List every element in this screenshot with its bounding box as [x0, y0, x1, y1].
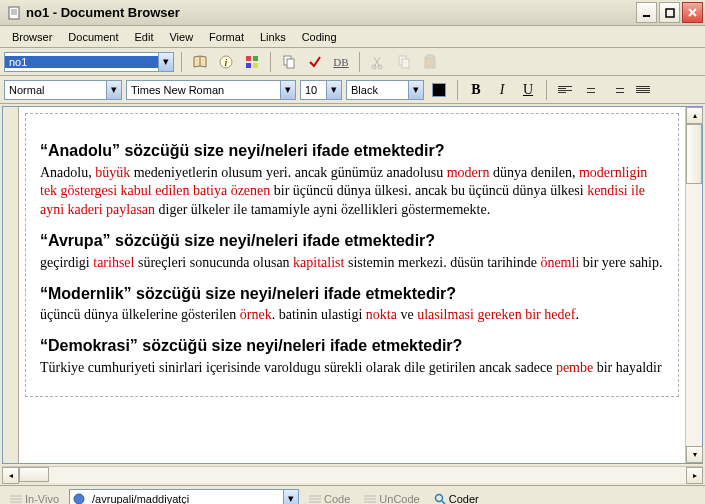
- book-icon[interactable]: [189, 51, 211, 73]
- scroll-down-icon[interactable]: ▾: [686, 446, 703, 463]
- node-icon: [70, 493, 88, 505]
- color-selector[interactable]: Black ▾: [346, 80, 424, 100]
- scroll-right-icon[interactable]: ▸: [686, 467, 703, 484]
- chevron-down-icon: ▾: [326, 81, 341, 99]
- question-2-heading: “Avrupa” sözcüğü size neyi/neleri ifade …: [40, 230, 664, 252]
- style-selector[interactable]: Normal ▾: [4, 80, 122, 100]
- svg-rect-23: [425, 57, 435, 68]
- grid-icon[interactable]: [241, 51, 263, 73]
- menu-browser[interactable]: Browser: [4, 29, 60, 45]
- menu-coding[interactable]: Coding: [294, 29, 345, 45]
- vertical-ruler: [3, 107, 19, 463]
- document-toolbar: no1 ▾ i DB: [0, 48, 705, 76]
- document-selector[interactable]: no1 ▾: [4, 52, 174, 72]
- stripes-icon: [10, 493, 22, 505]
- format-toolbar: Normal ▾ Times New Roman ▾ 10 ▾ Black ▾ …: [0, 76, 705, 104]
- font-selector[interactable]: Times New Roman ▾: [126, 80, 296, 100]
- color-picker[interactable]: [428, 79, 450, 101]
- scroll-thumb[interactable]: [686, 124, 702, 184]
- document-content[interactable]: “Anadolu” sözcüğü size neyi/neleri ifade…: [25, 113, 679, 397]
- chevron-down-icon: ▾: [106, 81, 121, 99]
- question-1-heading: “Anadolu” sözcüğü size neyi/neleri ifade…: [40, 140, 664, 162]
- search-icon: [434, 493, 446, 505]
- cut-icon[interactable]: [367, 51, 389, 73]
- svg-rect-24: [427, 55, 433, 58]
- db-icon[interactable]: DB: [330, 51, 352, 73]
- svg-text:i: i: [225, 57, 228, 68]
- italic-button[interactable]: I: [491, 79, 513, 101]
- svg-rect-0: [9, 7, 19, 19]
- copy2-icon[interactable]: [393, 51, 415, 73]
- copy-icon[interactable]: [278, 51, 300, 73]
- window-title: no1 - Document Browser: [26, 5, 636, 20]
- menu-format[interactable]: Format: [201, 29, 252, 45]
- chevron-down-icon: ▾: [408, 81, 423, 99]
- svg-rect-5: [666, 9, 674, 17]
- svg-line-36: [442, 501, 445, 504]
- code-path-selector[interactable]: /avrupali/maddiyatçi ▾: [69, 489, 299, 505]
- align-left-button[interactable]: [554, 79, 576, 101]
- align-right-button[interactable]: [606, 79, 628, 101]
- svg-point-28: [74, 494, 84, 504]
- svg-rect-11: [246, 56, 251, 61]
- menu-document[interactable]: Document: [60, 29, 126, 45]
- close-button[interactable]: [682, 2, 703, 23]
- menu-view[interactable]: View: [161, 29, 201, 45]
- menu-links[interactable]: Links: [252, 29, 294, 45]
- horizontal-scrollbar[interactable]: ◂ ▸: [2, 466, 703, 483]
- svg-rect-12: [253, 56, 258, 61]
- vertical-scrollbar[interactable]: ▴ ▾: [685, 107, 702, 463]
- minimize-button[interactable]: [636, 2, 657, 23]
- chevron-down-icon: ▾: [280, 81, 295, 99]
- info-icon[interactable]: i: [215, 51, 237, 73]
- menu-edit[interactable]: Edit: [126, 29, 161, 45]
- uncode-button[interactable]: UnCode: [360, 488, 423, 505]
- align-center-button[interactable]: [580, 79, 602, 101]
- underline-button[interactable]: U: [517, 79, 539, 101]
- answer-3: üçüncü dünya ülkelerine gösterilen örnek…: [40, 306, 664, 325]
- stripes-icon: [309, 493, 321, 505]
- code-button[interactable]: Code: [305, 488, 354, 505]
- check-icon[interactable]: [304, 51, 326, 73]
- chevron-down-icon: ▾: [158, 53, 173, 71]
- invivo-button[interactable]: In-Vivo: [6, 488, 63, 505]
- answer-2: geçirdigi tarihsel süreçleri sonucunda o…: [40, 254, 664, 273]
- document-area: “Anadolu” sözcüğü size neyi/neleri ifade…: [2, 106, 703, 464]
- answer-4: Türkiye cumhuriyeti sinirlari içerisinde…: [40, 359, 664, 378]
- align-justify-button[interactable]: [632, 79, 654, 101]
- scroll-up-icon[interactable]: ▴: [686, 107, 703, 124]
- chevron-down-icon: ▾: [283, 490, 298, 505]
- question-3-heading: “Modernlik” sözcüğü size neyi/neleri ifa…: [40, 283, 664, 305]
- doc-icon: [6, 5, 22, 21]
- svg-rect-13: [246, 63, 251, 68]
- question-4-heading: “Demokrasi” sözcüğü size neyi/neleri ifa…: [40, 335, 664, 357]
- maximize-button[interactable]: [659, 2, 680, 23]
- paste-icon[interactable]: [419, 51, 441, 73]
- stripes-icon: [364, 493, 376, 505]
- bold-button[interactable]: B: [465, 79, 487, 101]
- svg-rect-22: [402, 59, 409, 68]
- coder-button[interactable]: Coder: [430, 488, 483, 505]
- size-selector[interactable]: 10 ▾: [300, 80, 342, 100]
- answer-1: Anadolu, büyük medeniyetlerin olusum yer…: [40, 164, 664, 221]
- svg-rect-16: [287, 59, 294, 68]
- menubar: Browser Document Edit View Format Links …: [0, 26, 705, 48]
- scroll-left-icon[interactable]: ◂: [2, 467, 19, 484]
- svg-point-35: [435, 494, 442, 501]
- scroll-thumb-h[interactable]: [19, 467, 49, 482]
- svg-rect-14: [253, 63, 258, 68]
- coding-toolbar: In-Vivo /avrupali/maddiyatçi ▾ Code UnCo…: [0, 485, 705, 504]
